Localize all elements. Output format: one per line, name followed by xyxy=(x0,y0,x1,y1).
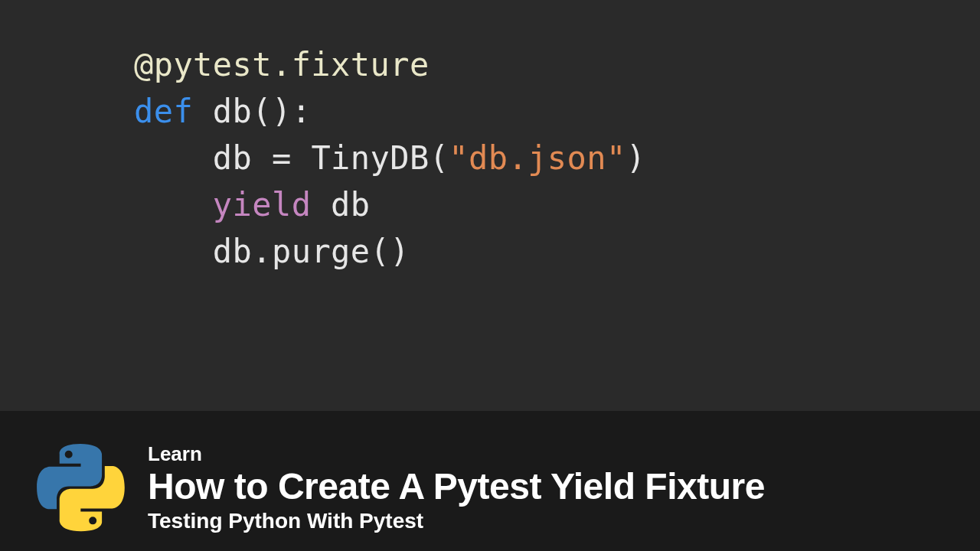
code-token: yield xyxy=(213,186,331,223)
code-token: db xyxy=(213,233,252,270)
code-line-4: yield db xyxy=(134,182,980,229)
code-token: "db.json" xyxy=(449,139,626,177)
divider xyxy=(0,411,980,425)
subtitle-text: Testing Python With Pytest xyxy=(148,509,765,533)
code-token: . xyxy=(252,233,272,270)
python-logo-icon xyxy=(37,444,125,532)
code-token: db xyxy=(331,186,370,223)
thumbnail-card: @pytest.fixturedef db(): db = TinyDB("db… xyxy=(0,0,980,551)
code-token: = xyxy=(272,139,311,177)
kicker-text: Learn xyxy=(148,442,765,466)
code-line-2: def db(): xyxy=(134,89,980,135)
code-token: def xyxy=(134,93,213,130)
code-line-3: db = TinyDB("db.json") xyxy=(134,135,980,182)
code-token: ) xyxy=(626,139,646,177)
code-token: TinyDB xyxy=(311,139,429,177)
code-token: purge xyxy=(272,233,371,270)
code-snippet: @pytest.fixturedef db(): db = TinyDB("db… xyxy=(0,0,980,411)
code-token: db xyxy=(213,93,252,130)
code-token: (): xyxy=(252,93,311,130)
code-token: () xyxy=(371,233,410,270)
title-block: Learn How to Create A Pytest Yield Fixtu… xyxy=(148,442,765,533)
code-token: @pytest.fixture xyxy=(134,46,430,83)
footer-bar: Learn How to Create A Pytest Yield Fixtu… xyxy=(0,425,980,551)
code-line-5: db.purge() xyxy=(134,229,980,276)
code-line-1: @pytest.fixture xyxy=(134,42,980,89)
code-token: db xyxy=(213,139,272,177)
main-title: How to Create A Pytest Yield Fixture xyxy=(148,468,765,506)
code-token: ( xyxy=(430,139,449,177)
